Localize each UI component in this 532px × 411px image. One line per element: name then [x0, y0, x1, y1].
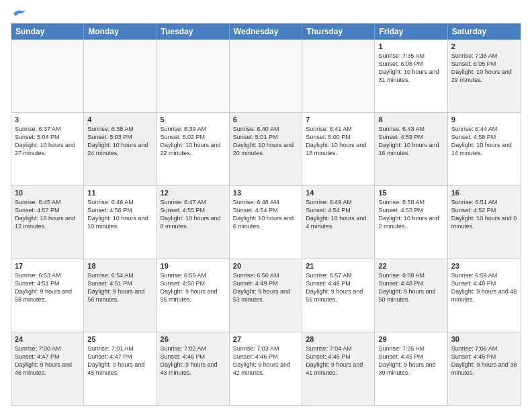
- day-number: 14: [306, 189, 371, 197]
- logo-bird-icon: [12, 8, 27, 20]
- cell-info: Sunrise: 7:05 AM Sunset: 4:45 PM Dayligh…: [378, 345, 443, 377]
- cell-info: Sunrise: 6:55 AM Sunset: 4:50 PM Dayligh…: [161, 271, 226, 304]
- cell-info: Sunrise: 7:35 AM Sunset: 6:06 PM Dayligh…: [378, 52, 443, 85]
- calendar-cell-day-3: 3Sunrise: 6:37 AM Sunset: 5:04 PM Daylig…: [11, 113, 84, 185]
- calendar-cell-day-17: 17Sunrise: 6:53 AM Sunset: 4:51 PM Dayli…: [11, 259, 84, 332]
- day-number: 2: [451, 42, 517, 50]
- cell-info: Sunrise: 6:51 AM Sunset: 4:52 PM Dayligh…: [451, 198, 517, 231]
- calendar-cell-empty-0-4: [302, 40, 375, 112]
- day-number: 8: [378, 116, 443, 124]
- calendar-body: 1Sunrise: 7:35 AM Sunset: 6:06 PM Daylig…: [11, 40, 521, 405]
- calendar-cell-day-19: 19Sunrise: 6:55 AM Sunset: 4:50 PM Dayli…: [157, 259, 230, 332]
- calendar-cell-empty-0-2: [157, 40, 230, 112]
- calendar-cell-day-22: 22Sunrise: 6:58 AM Sunset: 4:48 PM Dayli…: [375, 259, 447, 332]
- cell-info: Sunrise: 7:03 AM Sunset: 4:46 PM Dayligh…: [233, 345, 298, 377]
- calendar-cell-day-24: 24Sunrise: 7:00 AM Sunset: 4:47 PM Dayli…: [11, 332, 84, 405]
- cell-info: Sunrise: 7:00 AM Sunset: 4:47 PM Dayligh…: [15, 345, 80, 377]
- day-number: 30: [451, 335, 517, 343]
- day-number: 25: [87, 335, 152, 343]
- weekday-header-thursday: Thursday: [302, 24, 375, 40]
- calendar-cell-day-5: 5Sunrise: 6:39 AM Sunset: 5:02 PM Daylig…: [157, 113, 230, 185]
- weekday-header-friday: Friday: [375, 24, 447, 40]
- cell-info: Sunrise: 6:54 AM Sunset: 4:51 PM Dayligh…: [87, 271, 152, 304]
- day-number: 9: [451, 116, 517, 124]
- day-number: 18: [87, 262, 152, 270]
- cell-info: Sunrise: 6:56 AM Sunset: 4:49 PM Dayligh…: [233, 271, 298, 304]
- cell-info: Sunrise: 6:49 AM Sunset: 4:54 PM Dayligh…: [306, 198, 371, 231]
- calendar: SundayMondayTuesdayWednesdayThursdayFrid…: [11, 23, 521, 406]
- calendar-cell-day-13: 13Sunrise: 6:48 AM Sunset: 4:54 PM Dayli…: [230, 186, 302, 259]
- cell-info: Sunrise: 6:57 AM Sunset: 4:49 PM Dayligh…: [306, 271, 371, 304]
- calendar-cell-day-8: 8Sunrise: 6:43 AM Sunset: 4:59 PM Daylig…: [375, 113, 447, 185]
- day-number: 16: [451, 189, 517, 197]
- calendar-row-3: 17Sunrise: 6:53 AM Sunset: 4:51 PM Dayli…: [11, 259, 521, 332]
- calendar-cell-day-23: 23Sunrise: 6:59 AM Sunset: 4:48 PM Dayli…: [448, 259, 521, 332]
- calendar-cell-day-4: 4Sunrise: 6:38 AM Sunset: 5:03 PM Daylig…: [84, 113, 157, 185]
- cell-info: Sunrise: 7:06 AM Sunset: 4:45 PM Dayligh…: [451, 345, 517, 377]
- cell-info: Sunrise: 7:36 AM Sunset: 6:05 PM Dayligh…: [451, 52, 517, 85]
- cell-info: Sunrise: 6:41 AM Sunset: 5:00 PM Dayligh…: [306, 125, 371, 158]
- calendar-cell-day-7: 7Sunrise: 6:41 AM Sunset: 5:00 PM Daylig…: [302, 113, 375, 185]
- page: SundayMondayTuesdayWednesdayThursdayFrid…: [0, 0, 532, 411]
- day-number: 20: [233, 262, 298, 270]
- cell-info: Sunrise: 6:58 AM Sunset: 4:48 PM Dayligh…: [378, 271, 443, 304]
- day-number: 3: [15, 116, 80, 124]
- cell-info: Sunrise: 7:04 AM Sunset: 4:46 PM Dayligh…: [306, 345, 371, 377]
- cell-info: Sunrise: 6:39 AM Sunset: 5:02 PM Dayligh…: [161, 125, 226, 158]
- day-number: 6: [233, 116, 298, 124]
- calendar-row-4: 24Sunrise: 7:00 AM Sunset: 4:47 PM Dayli…: [11, 332, 521, 405]
- header: [11, 8, 521, 17]
- weekday-header-saturday: Saturday: [448, 24, 521, 40]
- day-number: 24: [15, 335, 80, 343]
- calendar-header: SundayMondayTuesdayWednesdayThursdayFrid…: [11, 24, 521, 40]
- day-number: 12: [161, 189, 226, 197]
- calendar-cell-day-20: 20Sunrise: 6:56 AM Sunset: 4:49 PM Dayli…: [230, 259, 302, 332]
- calendar-cell-day-25: 25Sunrise: 7:01 AM Sunset: 4:47 PM Dayli…: [84, 332, 157, 405]
- calendar-cell-day-30: 30Sunrise: 7:06 AM Sunset: 4:45 PM Dayli…: [448, 332, 521, 405]
- day-number: 11: [87, 189, 152, 197]
- calendar-cell-day-2: 2Sunrise: 7:36 AM Sunset: 6:05 PM Daylig…: [448, 40, 521, 112]
- day-number: 21: [306, 262, 371, 270]
- day-number: 22: [378, 262, 443, 270]
- cell-info: Sunrise: 6:43 AM Sunset: 4:59 PM Dayligh…: [378, 125, 443, 158]
- day-number: 13: [233, 189, 298, 197]
- weekday-header-sunday: Sunday: [11, 24, 84, 40]
- cell-info: Sunrise: 6:40 AM Sunset: 5:01 PM Dayligh…: [233, 125, 298, 158]
- day-number: 10: [15, 189, 80, 197]
- calendar-cell-day-1: 1Sunrise: 7:35 AM Sunset: 6:06 PM Daylig…: [375, 40, 447, 112]
- day-number: 23: [451, 262, 517, 270]
- day-number: 5: [161, 116, 226, 124]
- calendar-cell-day-11: 11Sunrise: 6:46 AM Sunset: 4:56 PM Dayli…: [84, 186, 157, 259]
- day-number: 27: [233, 335, 298, 343]
- logo: [11, 8, 27, 17]
- cell-info: Sunrise: 6:50 AM Sunset: 4:53 PM Dayligh…: [378, 198, 443, 231]
- calendar-cell-day-28: 28Sunrise: 7:04 AM Sunset: 4:46 PM Dayli…: [302, 332, 375, 405]
- cell-info: Sunrise: 6:59 AM Sunset: 4:48 PM Dayligh…: [451, 271, 517, 304]
- day-number: 17: [15, 262, 80, 270]
- cell-info: Sunrise: 6:38 AM Sunset: 5:03 PM Dayligh…: [87, 125, 152, 158]
- calendar-row-2: 10Sunrise: 6:45 AM Sunset: 4:57 PM Dayli…: [11, 185, 521, 259]
- day-number: 26: [161, 335, 226, 343]
- calendar-cell-day-9: 9Sunrise: 6:44 AM Sunset: 4:58 PM Daylig…: [448, 113, 521, 185]
- weekday-header-wednesday: Wednesday: [230, 24, 302, 40]
- calendar-cell-day-10: 10Sunrise: 6:45 AM Sunset: 4:57 PM Dayli…: [11, 186, 84, 259]
- cell-info: Sunrise: 6:37 AM Sunset: 5:04 PM Dayligh…: [15, 125, 80, 158]
- cell-info: Sunrise: 6:53 AM Sunset: 4:51 PM Dayligh…: [15, 271, 80, 304]
- day-number: 28: [306, 335, 371, 343]
- cell-info: Sunrise: 7:02 AM Sunset: 4:46 PM Dayligh…: [161, 345, 226, 377]
- calendar-cell-day-29: 29Sunrise: 7:05 AM Sunset: 4:45 PM Dayli…: [375, 332, 447, 405]
- logo-text: [11, 8, 27, 20]
- weekday-header-monday: Monday: [84, 24, 157, 40]
- cell-info: Sunrise: 7:01 AM Sunset: 4:47 PM Dayligh…: [87, 345, 152, 377]
- calendar-cell-day-26: 26Sunrise: 7:02 AM Sunset: 4:46 PM Dayli…: [157, 332, 230, 405]
- cell-info: Sunrise: 6:44 AM Sunset: 4:58 PM Dayligh…: [451, 125, 517, 158]
- cell-info: Sunrise: 6:45 AM Sunset: 4:57 PM Dayligh…: [15, 198, 80, 231]
- calendar-cell-day-16: 16Sunrise: 6:51 AM Sunset: 4:52 PM Dayli…: [448, 186, 521, 259]
- calendar-row-1: 3Sunrise: 6:37 AM Sunset: 5:04 PM Daylig…: [11, 112, 521, 185]
- calendar-cell-day-12: 12Sunrise: 6:47 AM Sunset: 4:55 PM Dayli…: [157, 186, 230, 259]
- day-number: 4: [87, 116, 152, 124]
- calendar-cell-empty-0-3: [230, 40, 302, 112]
- weekday-header-tuesday: Tuesday: [157, 24, 230, 40]
- day-number: 7: [306, 116, 371, 124]
- calendar-cell-day-18: 18Sunrise: 6:54 AM Sunset: 4:51 PM Dayli…: [84, 259, 157, 332]
